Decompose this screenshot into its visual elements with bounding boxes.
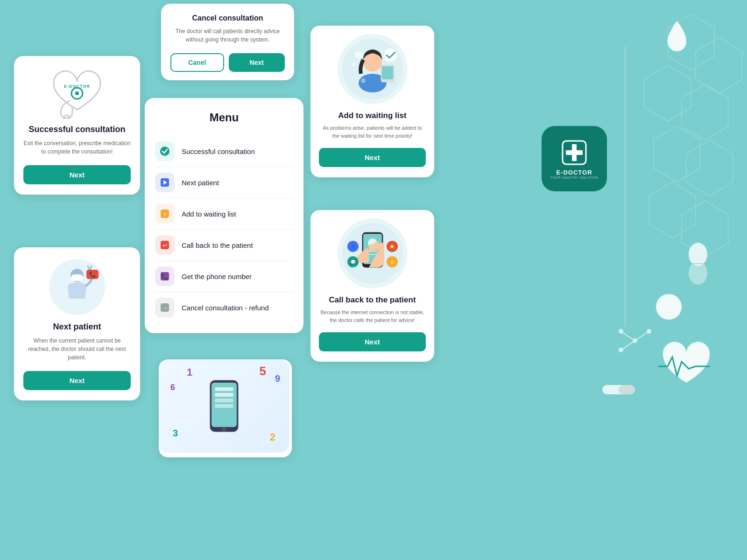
- svg-point-26: [75, 91, 79, 95]
- svg-text:→: →: [162, 304, 168, 311]
- svg-marker-2: [644, 65, 691, 121]
- svg-text:👤: 👤: [350, 244, 356, 250]
- circle-deco: [656, 294, 682, 320]
- next-patient-illustration: 📞: [49, 259, 105, 315]
- success-card-title: Successful consultation: [28, 125, 125, 134]
- numbers-background: 5 9 2 3 6 1: [159, 359, 289, 453]
- menu-label-cancel-refund: Cancel consultation - refund: [182, 304, 269, 312]
- card-cancel-consultation: Cancel consultation The doctor will call…: [161, 4, 294, 80]
- callback-next-button[interactable]: Next: [319, 332, 426, 351]
- menu-label-waiting: Add to waiting list: [182, 210, 236, 218]
- success-next-button[interactable]: Next: [23, 165, 131, 184]
- menu-icon-phone: 📞: [155, 266, 175, 286]
- cancel-dialog-title: Cancel consultation: [170, 14, 285, 22]
- card-next-patient: 📞 Next patient When the current patient …: [14, 247, 140, 400]
- float-num-3: 3: [173, 428, 178, 439]
- float-num-9: 9: [275, 373, 280, 384]
- waiting-next-button[interactable]: Next: [319, 148, 426, 167]
- card-menu: Menu Successful consultation Next patien…: [145, 98, 303, 333]
- svg-rect-23: [619, 385, 635, 394]
- menu-icon-cancel: →: [155, 298, 175, 317]
- success-card-desc: Exit the conversation, prescribe medicat…: [23, 139, 131, 156]
- cancel-button[interactable]: Canel: [170, 53, 224, 72]
- svg-text:⭐: ⭐: [389, 259, 395, 265]
- svg-rect-70: [215, 387, 233, 391]
- cancel-next-button[interactable]: Next: [229, 53, 285, 72]
- menu-icon-waiting: +: [155, 204, 175, 224]
- svg-text:🔔: 🔔: [389, 244, 395, 250]
- svg-point-13: [689, 261, 707, 285]
- svg-rect-49: [382, 66, 393, 79]
- svg-point-51: [355, 51, 362, 59]
- card-add-waiting-list: Add to waiting list As problems arise, p…: [310, 26, 434, 177]
- svg-line-20: [635, 331, 649, 341]
- consultation-illustration: E-DOCTOR: [47, 68, 107, 119]
- svg-marker-5: [686, 140, 733, 196]
- float-num-6: 6: [170, 383, 175, 392]
- next-patient-desc: When the current patient cannot be reach…: [23, 336, 131, 362]
- svg-point-74: [222, 427, 226, 432]
- menu-item-phone[interactable]: 📞 Get the phone number: [155, 261, 293, 292]
- svg-text:📞: 📞: [161, 273, 169, 280]
- float-num-5: 5: [260, 364, 266, 378]
- svg-text:📞: 📞: [89, 271, 96, 278]
- svg-rect-11: [566, 150, 583, 155]
- svg-text:↩: ↩: [162, 242, 167, 249]
- next-patient-title: Next patient: [53, 322, 101, 332]
- svg-rect-72: [215, 399, 233, 402]
- waiting-list-illustration: [338, 34, 408, 104]
- menu-icon-next: [155, 173, 175, 192]
- svg-text:💬: 💬: [350, 259, 356, 265]
- menu-title: Menu: [155, 111, 293, 124]
- edoctor-logo-card: E-DOCTOR YOUR HEALTHY SOLUTION: [542, 126, 607, 191]
- waiting-card-title: Add to waiting list: [338, 111, 406, 120]
- card-callback-patient: 👤 🔔 💬 ⭐ Call back to the patient Because…: [310, 210, 434, 362]
- menu-label-next-patient: Next patient: [182, 179, 219, 187]
- menu-label-callback: Call back to the patient: [182, 241, 253, 249]
- callback-illustration: 👤 🔔 💬 ⭐: [338, 218, 408, 288]
- menu-item-callback[interactable]: ↩ Call back to the patient: [155, 230, 293, 261]
- svg-text:+: +: [163, 211, 166, 217]
- svg-point-52: [352, 62, 356, 67]
- brand-sub: YOUR HEALTHY SOLUTION: [550, 176, 598, 179]
- menu-item-waiting[interactable]: + Add to waiting list: [155, 198, 293, 230]
- card-phone-numbers: 5 9 2 3 6 1: [159, 359, 292, 457]
- menu-item-successful[interactable]: Successful consultation: [155, 136, 293, 167]
- menu-label-phone: Get the phone number: [182, 273, 252, 280]
- menu-item-cancel-refund[interactable]: → Cancel consultation - refund: [155, 292, 293, 323]
- next-patient-next-button[interactable]: Next: [23, 371, 131, 390]
- svg-point-53: [361, 78, 366, 83]
- float-num-1: 1: [187, 366, 192, 378]
- svg-line-21: [621, 341, 635, 350]
- cancel-dialog-buttons: Canel Next: [170, 53, 285, 72]
- waiting-card-desc: As problems arise, patients will be adde…: [319, 124, 426, 140]
- svg-line-19: [621, 331, 635, 341]
- cancel-dialog-desc: The doctor will call patients directly a…: [170, 27, 285, 44]
- menu-icon-callback: ↩: [155, 235, 175, 255]
- svg-point-50: [384, 49, 397, 62]
- card-successful-consultation: E-DOCTOR Successful consultation Exit th…: [14, 56, 140, 195]
- svg-rect-71: [215, 393, 233, 397]
- svg-point-34: [160, 147, 169, 156]
- menu-item-next-patient[interactable]: Next patient: [155, 167, 293, 198]
- brand-name: E-DOCTOR: [556, 169, 592, 176]
- svg-marker-4: [654, 126, 700, 182]
- callback-card-desc: Because the internet connection is not s…: [319, 308, 426, 324]
- logo-text: E-DOCTOR: [64, 84, 90, 89]
- menu-icon-check: [155, 141, 175, 161]
- callback-card-title: Call back to the patient: [329, 295, 416, 305]
- vert-line-deco: [625, 47, 626, 327]
- float-num-2: 2: [270, 431, 275, 443]
- svg-rect-73: [215, 404, 233, 408]
- menu-label-successful: Successful consultation: [182, 147, 255, 155]
- svg-rect-29: [71, 274, 83, 281]
